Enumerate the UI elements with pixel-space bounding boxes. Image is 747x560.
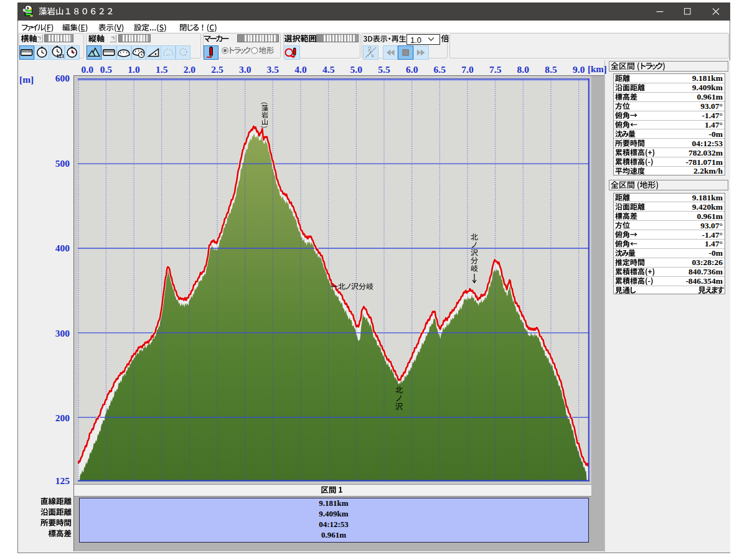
svg-text:o: o [372,54,374,58]
svg-text:123: 123 [57,54,64,59]
